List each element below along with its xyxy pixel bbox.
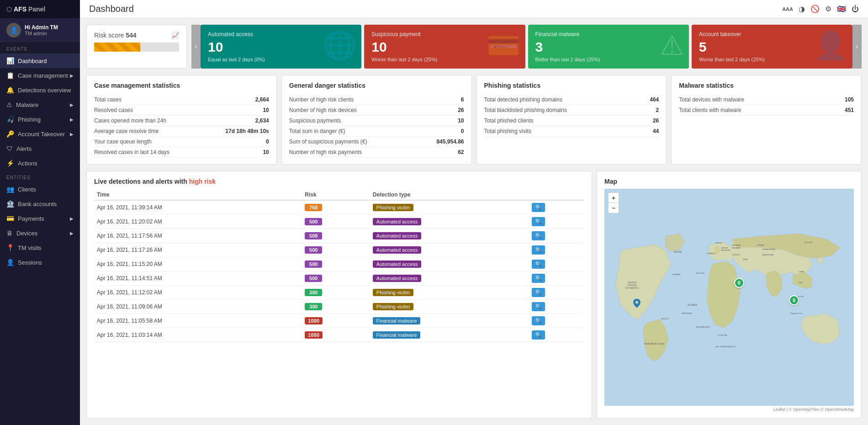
stat-label: Cases opened more than 24h — [94, 116, 205, 126]
detection-type-badge: Phishing victim — [373, 303, 413, 310]
sidebar-item-bank-accounts[interactable]: 🏦 Bank accounts — [0, 197, 80, 211]
risk-badge: 300 — [305, 303, 322, 310]
svg-text:RUSSIA: RUSSIA — [757, 244, 764, 246]
map-cluster-2[interactable]: 8 — [789, 295, 799, 305]
devices-icon: 🖥 — [6, 229, 13, 237]
table-row: Suspicious payments10 — [289, 116, 464, 126]
malware-stats-title: Malware statistics — [679, 82, 854, 89]
sidebar-item-label: Payments — [18, 215, 44, 222]
map-cluster-1[interactable]: 8 — [734, 278, 744, 288]
detection-action: 🔍 — [529, 328, 584, 342]
user-name: Hi Admin TM — [25, 24, 58, 31]
svg-text:TURKIYE: TURKIYE — [732, 254, 741, 256]
risk-badge: 1000 — [305, 317, 322, 324]
metric-card-automated-access: Automated access 10 Equal as last 2 days… — [201, 25, 361, 69]
language-flag-icon[interactable]: 🇬🇧 — [837, 5, 846, 13]
search-detection-button[interactable]: 🔍 — [532, 302, 545, 311]
sidebar-item-devices[interactable]: 🖥 Devices ▶ — [0, 226, 80, 240]
power-icon[interactable]: ⏻ — [852, 5, 859, 13]
detection-type-badge: Automated access — [373, 275, 422, 282]
sidebar-item-dashboard[interactable]: 📊 Dashboard — [0, 53, 80, 68]
stat-label: Number of high risk devices — [289, 105, 418, 116]
detections-icon: 🔔 — [6, 86, 14, 94]
risk-badge: 1000 — [305, 331, 322, 339]
detection-action: 🔍 — [529, 243, 584, 257]
sidebar-item-sessions[interactable]: 👤 Sessions — [0, 255, 80, 270]
sidebar-item-case-management[interactable]: 📋 Case management ▶ — [0, 68, 80, 83]
next-metric-arrow[interactable]: › — [852, 25, 862, 69]
sidebar-item-label: Account Takeover — [18, 131, 65, 138]
prev-metric-arrow[interactable]: ‹ — [191, 25, 201, 69]
sidebar-item-alerts[interactable]: 🛡 Alerts — [0, 141, 80, 156]
detection-risk: 300 — [302, 286, 370, 300]
table-row: Apr 16, 2021, 11:05:58 AM 1000 Financial… — [94, 314, 584, 328]
sidebar-item-phishing[interactable]: 🎣 Phishing ▶ — [0, 112, 80, 127]
stat-value: 10 — [205, 105, 269, 116]
search-detection-button[interactable]: 🔍 — [532, 330, 545, 340]
risk-title: Risk score 544 📈 — [94, 32, 179, 39]
detection-risk: 500 — [302, 215, 370, 229]
sidebar-item-malware[interactable]: ⚠ Malware ▶ — [0, 97, 80, 112]
svg-text:NORGE: NORGE — [715, 242, 723, 244]
sidebar-item-account-takeover[interactable]: 🔑 Account Takeover ▶ — [0, 127, 80, 141]
events-label: EVENTS — [0, 42, 80, 53]
sidebar-item-label: Actions — [18, 160, 37, 167]
sidebar-item-detections-overview[interactable]: 🔔 Detections overview — [0, 83, 80, 97]
risk-progress-bg — [94, 42, 179, 52]
contrast-icon[interactable]: ◑ — [799, 5, 805, 13]
topbar-actions: AAA ◑ 🚫 ⚙ 🇬🇧 ⏻ — [782, 5, 859, 13]
detection-action: 🔍 — [529, 215, 584, 229]
stat-label: Total phishing visits — [484, 126, 642, 137]
map-svg: UNITED STATES OF AMERICA North Atlantic … — [604, 189, 854, 406]
sidebar-item-label: Malware — [16, 101, 38, 108]
detection-type: Automated access — [370, 271, 529, 286]
actions-icon: ⚡ — [6, 159, 14, 167]
detection-type: Automated access — [370, 257, 529, 271]
svg-text:UKRAINE: UKRAINE — [732, 247, 741, 249]
phishing-stats-card: Phishing statistics Total detected phish… — [476, 75, 667, 165]
top-row: Risk score 544 📈 ‹ Automated access 10 E… — [86, 25, 862, 69]
settings-icon[interactable]: ⚙ — [825, 5, 831, 13]
search-detection-button[interactable]: 🔍 — [532, 231, 545, 240]
table-row: Total blacklisted phishing domains2 — [484, 105, 659, 116]
svg-text:ISLAND: ISLAND — [674, 251, 682, 253]
sidebar-item-clients[interactable]: 👥 Clients — [0, 182, 80, 197]
case-management-icon: 📋 — [6, 72, 14, 79]
accessibility-icon[interactable]: 🚫 — [810, 5, 820, 13]
search-detection-button[interactable]: 🔍 — [532, 316, 545, 325]
map-pin — [633, 298, 640, 309]
svg-text:OF AMERICA: OF AMERICA — [625, 287, 640, 289]
search-detection-button[interactable]: 🔍 — [532, 217, 545, 226]
map-credits: Leaflet | © OpenMapTiles © OpenStreetMap — [604, 407, 854, 412]
search-detection-button[interactable]: 🔍 — [532, 203, 545, 212]
sidebar-item-label: Devices — [16, 230, 37, 237]
stat-label: Resolved cases — [94, 105, 205, 116]
metric-card-financial-malware: Financial malware 3 Better than last 2 d… — [528, 25, 689, 69]
search-detection-button[interactable]: 🔍 — [532, 274, 545, 283]
table-row: Number of high risk clients6 — [289, 95, 464, 105]
detection-time: Apr 16, 2021, 11:17:56 AM — [94, 229, 302, 243]
payment-icon: 💳 — [487, 29, 521, 62]
svg-text:CANADA: CANADA — [672, 273, 681, 276]
search-detection-button[interactable]: 🔍 — [532, 260, 545, 269]
warning-icon: ⚠ — [660, 29, 684, 61]
sidebar-item-tm-visits[interactable]: 📍 TM visits — [0, 240, 80, 255]
stat-value: 2,634 — [205, 116, 269, 126]
svg-text:MEXICO: MEXICO — [661, 318, 669, 320]
phishing-stats-title: Phishing statistics — [484, 82, 659, 89]
svg-text:CHINA: CHINA — [799, 271, 804, 273]
search-detection-button[interactable]: 🔍 — [532, 245, 545, 255]
sidebar-item-label: Clients — [18, 186, 36, 193]
zoom-in-button[interactable]: + — [609, 193, 619, 203]
sidebar-item-payments[interactable]: 💳 Payments ▶ — [0, 211, 80, 226]
map-container[interactable]: + − — [604, 189, 854, 406]
search-detection-button[interactable]: 🔍 — [532, 288, 545, 297]
sidebar-item-actions[interactable]: ⚡ Actions — [0, 156, 80, 170]
detection-risk: 1000 — [302, 314, 370, 328]
text-size-icon[interactable]: AAA — [782, 6, 793, 12]
risk-badge: 508 — [305, 232, 322, 239]
detection-time: Apr 16, 2021, 11:05:58 AM — [94, 314, 302, 328]
zoom-out-button[interactable]: − — [609, 203, 619, 213]
detection-type-badge: Automated access — [373, 218, 422, 225]
stat-value: 2 — [641, 105, 659, 116]
